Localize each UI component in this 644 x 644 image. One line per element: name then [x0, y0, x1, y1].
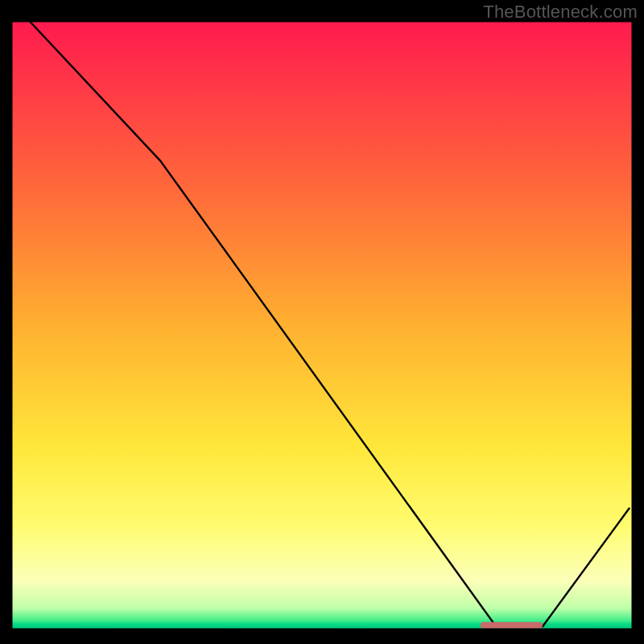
optimal-range-marker	[481, 622, 543, 629]
bottleneck-chart	[0, 0, 644, 644]
watermark-text: TheBottleneck.com	[483, 2, 638, 23]
plot-gradient-background	[11, 21, 633, 630]
chart-container: TheBottleneck.com	[0, 0, 644, 644]
